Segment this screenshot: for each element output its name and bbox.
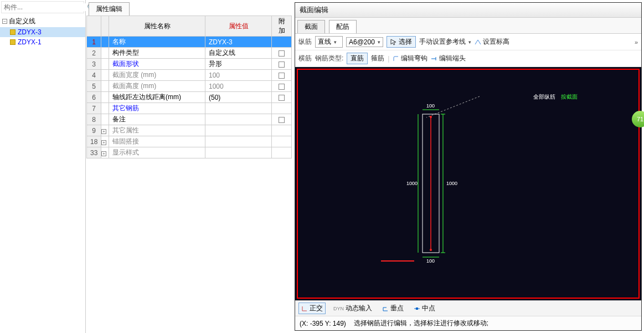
property-row[interactable]: 8备注 (87, 114, 292, 125)
perp-icon (382, 305, 389, 312)
hint-text: 选择钢筋进行编辑，选择标注进行修改或移动; (354, 319, 488, 328)
tree-item-label: ZDYX-3 (18, 28, 42, 36)
mid-snap-toggle[interactable]: 中点 (411, 303, 437, 314)
svg-point-10 (430, 249, 432, 251)
straight-rebar-button[interactable]: 直筋 (347, 53, 368, 64)
hook-icon (393, 55, 399, 62)
expand-icon[interactable]: + (101, 129, 106, 134)
checkbox[interactable] (279, 95, 285, 101)
checkbox[interactable] (279, 117, 285, 123)
checkbox[interactable] (279, 62, 285, 68)
property-row[interactable]: 4截面宽度 (mm)100 (87, 70, 292, 81)
col-name: 属性名称 (109, 16, 205, 37)
tab-rebar[interactable]: 配筋 (329, 20, 357, 33)
checkbox[interactable] (279, 73, 285, 79)
col-extra: 附加 (272, 16, 292, 37)
set-elevation-button[interactable]: 设置标高 (475, 37, 509, 47)
ortho-icon (301, 305, 308, 312)
dynamic-input-toggle[interactable]: DYN 动态输入 (331, 303, 374, 314)
property-row[interactable]: 6轴线距左边线距离(mm)(50) (87, 92, 292, 103)
stirrup-button[interactable]: 箍筋 (371, 54, 384, 63)
search-bar[interactable]: 🔍 (1, 1, 84, 13)
collapse-icon[interactable]: − (2, 19, 7, 24)
checkbox[interactable] (279, 50, 285, 57)
label-vertical: 纵筋 (298, 37, 312, 47)
col-value: 属性值 (205, 16, 272, 37)
tab-property-edit[interactable]: 属性编辑 (89, 2, 130, 16)
rebar-spec-select[interactable]: A6@200 (346, 37, 383, 47)
coord-readout: (X: -395 Y: 149) (300, 320, 346, 327)
perp-snap-toggle[interactable]: 垂点 (380, 303, 406, 314)
elevation-icon (475, 39, 481, 45)
dim-height-left: 1000 (406, 181, 418, 186)
property-row[interactable]: 3截面形状异形 (87, 59, 292, 70)
node-icon (10, 39, 16, 45)
property-row[interactable]: 7其它钢筋 (87, 103, 292, 114)
property-row[interactable]: 1名称ZDYX-3 (87, 37, 292, 48)
tab-section[interactable]: 截面 (297, 20, 325, 33)
status-bar: 正交 DYN 动态输入 垂点 中点 (295, 300, 641, 316)
expand-icon[interactable]: » (635, 39, 638, 45)
ortho-toggle[interactable]: 正交 (298, 303, 326, 314)
draw-mode-select[interactable]: 直线 (315, 36, 343, 48)
cursor-icon (390, 39, 397, 45)
svg-point-9 (430, 116, 432, 118)
property-row[interactable]: 33+显示样式 (87, 147, 292, 158)
dim-height-right: 1000 (446, 181, 457, 186)
dim-width-bottom: 100 (426, 258, 435, 264)
node-icon (10, 29, 16, 35)
property-row[interactable]: 9+其它属性 (87, 125, 292, 136)
search-input[interactable] (4, 3, 87, 11)
label-rebar-type: 钢筋类型: (315, 54, 343, 63)
checkbox[interactable] (279, 84, 285, 90)
expand-icon[interactable]: + (101, 140, 106, 145)
tree-root-label: 自定义线 (9, 17, 35, 26)
manual-refline-button[interactable]: 手动设置参考线 (419, 37, 471, 47)
property-table: 属性名称 属性值 附加 1名称ZDYX-32构件类型自定义线3截面形状异形4截面… (86, 16, 292, 158)
panel-title: 截面编辑 (295, 3, 641, 18)
toolbar-horizontal-rebar: 横筋 钢筋类型: 直筋 箍筋 | 编辑弯钩 编辑端头 (295, 50, 641, 67)
edit-end-button[interactable]: 编辑端头 (431, 54, 466, 63)
notification-badge[interactable]: 71 (632, 111, 644, 127)
section-editor: 截面编辑 截面 配筋 纵筋 直线 A6@200 选择 手动设置参考线 设置标高 … (295, 2, 642, 331)
section-canvas[interactable]: 全部纵筋 按截面 (297, 69, 640, 299)
svg-rect-13 (416, 308, 418, 310)
select-button[interactable]: 选择 (387, 36, 416, 48)
tree-item-label: ZDYX-1 (18, 38, 42, 46)
property-row[interactable]: 2构件类型自定义线 (87, 48, 292, 59)
midpoint-icon (414, 305, 420, 312)
tree-root[interactable]: − 自定义线 (0, 16, 85, 27)
end-icon (431, 55, 437, 62)
property-row[interactable]: 5截面高度 (mm)1000 (87, 81, 292, 92)
expand-icon[interactable]: + (101, 151, 106, 156)
tree-item-zdyx1[interactable]: ZDYX-1 (0, 37, 85, 47)
property-row[interactable]: 18+锚固搭接 (87, 136, 292, 147)
dim-width-top: 100 (426, 103, 435, 109)
label-horizontal: 横筋 (298, 54, 312, 63)
edit-hook-button[interactable]: 编辑弯钩 (393, 54, 427, 63)
toolbar-vertical-rebar: 纵筋 直线 A6@200 选择 手动设置参考线 设置标高 » (295, 34, 641, 50)
tree-item-zdyx3[interactable]: ZDYX-3 (0, 27, 85, 37)
